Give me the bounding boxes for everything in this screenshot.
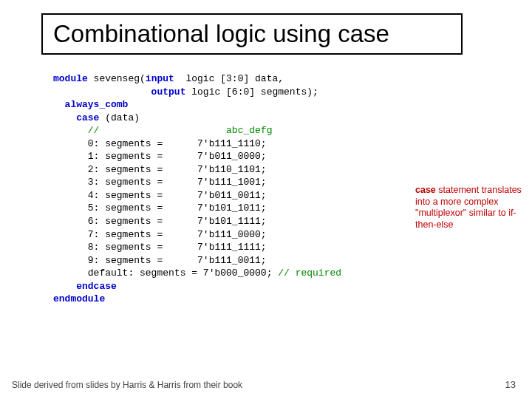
kw-case: case: [53, 112, 99, 123]
code-block: module sevenseg(input logic [3:0] data, …: [53, 72, 341, 306]
code-row: 9: segments = 7'b111_0011;: [53, 255, 267, 266]
code-row: 3: segments = 7'b111_1001;: [53, 177, 267, 188]
kw-output: output: [53, 86, 185, 98]
comment-abcdefg: // abc_defg: [53, 125, 272, 136]
footer-credit: Slide derived from slides by Harris & Ha…: [12, 380, 242, 390]
code-row: 8: segments = 7'b111_1111;: [53, 242, 267, 253]
slide-title: Combinational logic using case: [53, 20, 389, 48]
code-row: 2: segments = 7'b110_1101;: [53, 164, 267, 175]
title-box: Combinational logic using case: [41, 13, 463, 55]
code-row: 5: segments = 7'b101_1011;: [53, 202, 267, 214]
code-text: logic [3:0] data,: [174, 73, 284, 84]
code-row: 1: segments = 7'b011_0000;: [53, 151, 267, 162]
code-text: logic [6:0] segments);: [185, 86, 318, 98]
code-row: 4: segments = 7'b011_0011;: [53, 190, 267, 201]
code-row: 6: segments = 7'b101_1111;: [53, 216, 267, 227]
code-text: sevenseg(: [88, 73, 146, 84]
kw-endmodule: endmodule: [53, 293, 105, 304]
code-row: 7: segments = 7'b111_0000;: [53, 229, 267, 240]
kw-module: module: [53, 73, 88, 84]
comment-required: // required: [278, 267, 341, 279]
page-number: 13: [505, 379, 516, 390]
code-default: default: segments = 7'b000_0000;: [53, 267, 278, 279]
kw-always: always_comb: [53, 99, 128, 110]
annotation-case: case statement translates into a more co…: [415, 185, 525, 231]
code-row: 0: segments = 7'b111_1110;: [53, 138, 267, 149]
annotation-kw: case: [415, 185, 436, 195]
kw-input: input: [146, 73, 174, 84]
code-text: (data): [99, 112, 140, 123]
kw-endcase: endcase: [53, 281, 117, 292]
